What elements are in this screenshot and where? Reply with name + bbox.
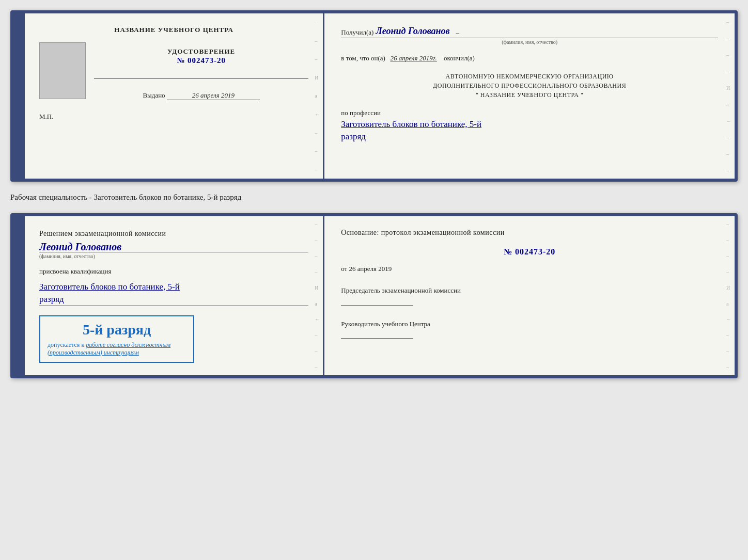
bottom-certificate-card: Решением экзаменационной комиссии Леонид…	[10, 213, 738, 378]
stamp-allowed-prefix: допускается к	[48, 341, 84, 348]
photo-placeholder	[39, 42, 86, 99]
top-certificate-card: НАЗВАНИЕ УЧЕБНОГО ЦЕНТРА УДОСТОВЕРЕНИЕ №…	[10, 10, 738, 182]
issued-label: Выдано	[143, 91, 165, 99]
profession-name: Заготовитель блоков по ботанике, 5-й	[341, 119, 718, 130]
cert-number-block: УДОСТОВЕРЕНИЕ № 002473-20	[167, 47, 235, 65]
chairman-label: Председатель экзаменационной комиссии	[341, 286, 461, 294]
assigned-profession: Заготовитель блоков по ботанике, 5-й	[39, 282, 308, 292]
protokol-date-value: 26 апреля 2019	[349, 265, 392, 273]
bottom-spine	[13, 216, 25, 375]
cert-label: УДОСТОВЕРЕНИЕ	[167, 47, 235, 56]
protokol-number: № 002473-20	[341, 247, 718, 257]
commission-name: Леонид Голованов	[39, 241, 308, 253]
assigned-label: присвоена квалификация	[39, 267, 308, 276]
commission-intro-block: Решением экзаменационной комиссии Леонид…	[39, 229, 308, 259]
top-spine	[13, 13, 25, 179]
osnov-label: Основание: протокол экзаменационной коми…	[341, 229, 718, 237]
mp-label: М.П.	[39, 113, 53, 121]
profession-prefix: по профессии	[341, 109, 381, 117]
cert-number: № 002473-20	[177, 56, 226, 65]
date-suffix: окончил(а)	[444, 54, 475, 62]
bottom-left-dashes: ––––Иа←–––	[315, 216, 320, 375]
date-prefix: в том, что он(а)	[341, 54, 385, 62]
date-line: в том, что он(а) 26 апреля 2019г. окончи…	[341, 54, 718, 62]
recipient-block: Получил(а) Леонид Голованов – (фамилия, …	[341, 26, 718, 45]
top-right-page: Получил(а) Леонид Голованов – (фамилия, …	[324, 13, 735, 179]
assigned-profession-block: Заготовитель блоков по ботанике, 5-й раз…	[39, 280, 308, 306]
chairman-block: Председатель экзаменационной комиссии	[341, 285, 718, 307]
bottom-right-dashes: ––––Иа←–––	[726, 216, 731, 375]
profession-block: по профессии Заготовитель блоков по бота…	[341, 109, 718, 142]
stamp-allowed: допускается к работе согласно должностны…	[48, 341, 186, 357]
bottom-right-page: Основание: протокол экзаменационной коми…	[324, 216, 735, 375]
stamp-allowed-value: работе согласно должностным	[86, 341, 170, 348]
org-line3: " НАЗВАНИЕ УЧЕБНОГО ЦЕНТРА "	[476, 91, 583, 99]
top-left-page: НАЗВАНИЕ УЧЕБНОГО ЦЕНТРА УДОСТОВЕРЕНИЕ №…	[25, 13, 324, 179]
issued-date: 26 апреля 2019	[167, 91, 260, 100]
date-value: 26 апреля 2019г.	[391, 54, 437, 62]
training-center-title: НАЗВАНИЕ УЧЕБНОГО ЦЕНТРА	[114, 26, 233, 34]
issued-block: Выдано 26 апреля 2019	[143, 91, 260, 100]
received-prefix: Получил(а)	[341, 28, 373, 37]
head-label: Руководитель учебного Центра	[341, 320, 430, 328]
stamp-allowed-suffix: (производственным) инструкциям	[48, 349, 139, 356]
head-sign-line	[341, 338, 413, 339]
org-line1: АВТОНОМНУЮ НЕКОММЕРЧЕСКУЮ ОРГАНИЗАЦИЮ	[446, 73, 614, 80]
stamp-box: 5-й разряд допускается к работе согласно…	[39, 315, 194, 363]
org-line2: ДОПОЛНИТЕЛЬНОГО ПРОФЕССИОНАЛЬНОГО ОБРАЗО…	[433, 82, 626, 89]
right-dashes: –––Иа←–––	[315, 13, 320, 179]
protokol-date-prefix: от	[341, 265, 347, 273]
commission-fio-caption: (фамилия, имя, отчество)	[39, 252, 308, 259]
bottom-left-page: Решением экзаменационной комиссии Леонид…	[25, 216, 324, 375]
fio-caption: (фамилия, имя, отчество)	[341, 39, 718, 45]
recipient-name: Леонид Голованов	[376, 26, 449, 37]
protokol-date: от 26 апреля 2019	[341, 265, 718, 273]
chairman-sign-line	[341, 305, 413, 306]
razryad-value: разряд	[341, 132, 718, 142]
commission-title: Решением экзаменационной комиссии	[39, 229, 308, 239]
org-block: АВТОНОМНУЮ НЕКОММЕРЧЕСКУЮ ОРГАНИЗАЦИЮ ДО…	[341, 72, 718, 100]
assigned-razryad: разряд	[39, 294, 308, 306]
stamp-grade: 5-й разряд	[48, 322, 186, 338]
head-block: Руководитель учебного Центра	[341, 319, 718, 340]
right-dashes-2: ––––Иа←–––	[726, 13, 731, 179]
specialty-label: Рабочая специальность - Заготовитель бло…	[10, 191, 738, 204]
